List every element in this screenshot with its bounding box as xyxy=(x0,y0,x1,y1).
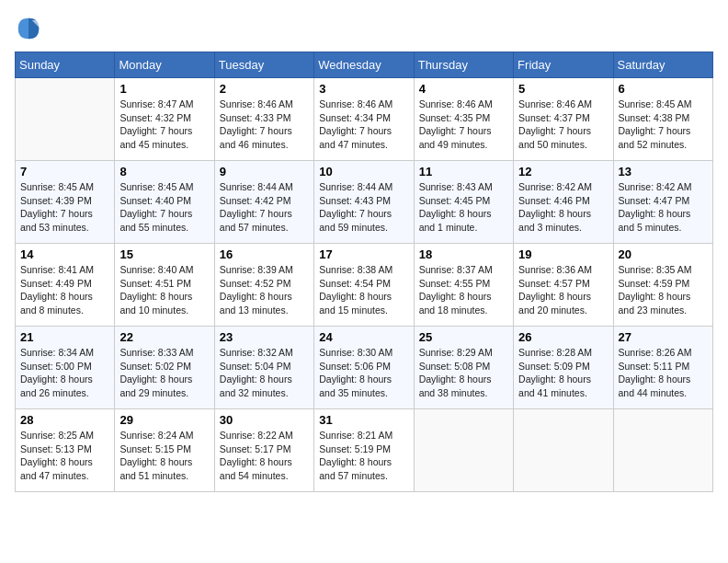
header-day-friday: Friday xyxy=(514,52,613,78)
calendar-cell: 6Sunrise: 8:45 AM Sunset: 4:38 PM Daylig… xyxy=(613,78,712,161)
day-info: Sunrise: 8:38 AM Sunset: 4:54 PM Dayligh… xyxy=(319,263,408,317)
day-info: Sunrise: 8:30 AM Sunset: 5:06 PM Dayligh… xyxy=(319,346,408,400)
calendar-cell xyxy=(16,78,115,161)
day-info: Sunrise: 8:46 AM Sunset: 4:37 PM Dayligh… xyxy=(518,98,608,152)
day-info: Sunrise: 8:39 AM Sunset: 4:52 PM Dayligh… xyxy=(220,263,309,317)
week-row-2: 7Sunrise: 8:45 AM Sunset: 4:39 PM Daylig… xyxy=(16,161,713,244)
calendar-cell: 25Sunrise: 8:29 AM Sunset: 5:08 PM Dayli… xyxy=(414,327,513,409)
day-info: Sunrise: 8:34 AM Sunset: 5:00 PM Dayligh… xyxy=(20,346,109,400)
day-number: 10 xyxy=(319,165,408,178)
day-number: 16 xyxy=(220,247,309,261)
day-info: Sunrise: 8:42 AM Sunset: 4:47 PM Dayligh… xyxy=(619,180,708,235)
day-number: 25 xyxy=(419,330,508,344)
day-number: 17 xyxy=(319,247,408,261)
calendar-cell: 27Sunrise: 8:26 AM Sunset: 5:11 PM Dayli… xyxy=(613,327,712,409)
header-day-sunday: Sunday xyxy=(16,52,115,78)
day-info: Sunrise: 8:37 AM Sunset: 4:55 PM Dayligh… xyxy=(419,263,508,317)
day-info: Sunrise: 8:46 AM Sunset: 4:35 PM Dayligh… xyxy=(419,98,508,152)
day-info: Sunrise: 8:41 AM Sunset: 4:49 PM Dayligh… xyxy=(20,263,109,317)
week-row-1: 1Sunrise: 8:47 AM Sunset: 4:32 PM Daylig… xyxy=(16,78,713,161)
calendar-cell: 18Sunrise: 8:37 AM Sunset: 4:55 PM Dayli… xyxy=(414,244,513,327)
day-number: 26 xyxy=(518,330,608,344)
day-info: Sunrise: 8:45 AM Sunset: 4:40 PM Dayligh… xyxy=(119,180,209,235)
day-info: Sunrise: 8:25 AM Sunset: 5:13 PM Dayligh… xyxy=(20,429,109,483)
calendar-cell: 7Sunrise: 8:45 AM Sunset: 4:39 PM Daylig… xyxy=(16,161,115,244)
calendar-cell: 14Sunrise: 8:41 AM Sunset: 4:49 PM Dayli… xyxy=(16,244,115,327)
day-info: Sunrise: 8:40 AM Sunset: 4:51 PM Dayligh… xyxy=(119,263,209,317)
calendar-cell: 28Sunrise: 8:25 AM Sunset: 5:13 PM Dayli… xyxy=(16,409,115,492)
calendar-cell: 26Sunrise: 8:28 AM Sunset: 5:09 PM Dayli… xyxy=(514,327,613,409)
day-number: 1 xyxy=(119,82,209,96)
day-number: 28 xyxy=(20,413,109,427)
page-header xyxy=(15,15,713,42)
day-number: 20 xyxy=(619,247,708,261)
calendar-cell: 17Sunrise: 8:38 AM Sunset: 4:54 PM Dayli… xyxy=(314,244,414,327)
day-info: Sunrise: 8:24 AM Sunset: 5:15 PM Dayligh… xyxy=(119,429,209,483)
calendar-cell: 15Sunrise: 8:40 AM Sunset: 4:51 PM Dayli… xyxy=(115,244,214,327)
calendar-cell: 24Sunrise: 8:30 AM Sunset: 5:06 PM Dayli… xyxy=(314,327,414,409)
day-number: 12 xyxy=(518,165,608,178)
week-row-5: 28Sunrise: 8:25 AM Sunset: 5:13 PM Dayli… xyxy=(16,409,713,492)
header-day-saturday: Saturday xyxy=(613,52,712,78)
day-number: 22 xyxy=(119,330,209,344)
day-number: 14 xyxy=(20,247,109,261)
day-number: 3 xyxy=(319,82,408,96)
day-info: Sunrise: 8:21 AM Sunset: 5:19 PM Dayligh… xyxy=(319,429,408,483)
day-number: 9 xyxy=(220,165,309,178)
day-number: 13 xyxy=(619,165,708,178)
calendar-cell: 29Sunrise: 8:24 AM Sunset: 5:15 PM Dayli… xyxy=(115,409,214,492)
day-info: Sunrise: 8:45 AM Sunset: 4:39 PM Dayligh… xyxy=(20,180,109,235)
day-info: Sunrise: 8:44 AM Sunset: 4:42 PM Dayligh… xyxy=(220,180,309,235)
day-info: Sunrise: 8:22 AM Sunset: 5:17 PM Dayligh… xyxy=(220,429,309,483)
day-number: 29 xyxy=(119,413,209,427)
calendar-cell: 16Sunrise: 8:39 AM Sunset: 4:52 PM Dayli… xyxy=(214,244,313,327)
calendar-cell: 1Sunrise: 8:47 AM Sunset: 4:32 PM Daylig… xyxy=(115,78,214,161)
day-number: 23 xyxy=(220,330,309,344)
day-info: Sunrise: 8:26 AM Sunset: 5:11 PM Dayligh… xyxy=(619,346,708,400)
calendar-cell: 21Sunrise: 8:34 AM Sunset: 5:00 PM Dayli… xyxy=(16,327,115,409)
calendar-cell: 22Sunrise: 8:33 AM Sunset: 5:02 PM Dayli… xyxy=(115,327,214,409)
calendar-cell: 8Sunrise: 8:45 AM Sunset: 4:40 PM Daylig… xyxy=(115,161,214,244)
calendar-table: SundayMondayTuesdayWednesdayThursdayFrid… xyxy=(15,52,713,492)
day-number: 2 xyxy=(220,82,309,96)
calendar-cell xyxy=(414,409,513,492)
calendar-cell: 20Sunrise: 8:35 AM Sunset: 4:59 PM Dayli… xyxy=(613,244,712,327)
day-number: 21 xyxy=(20,330,109,344)
day-info: Sunrise: 8:29 AM Sunset: 5:08 PM Dayligh… xyxy=(419,346,508,400)
day-number: 27 xyxy=(619,330,708,344)
header-day-wednesday: Wednesday xyxy=(314,52,414,78)
day-number: 6 xyxy=(619,82,708,96)
calendar-cell: 23Sunrise: 8:32 AM Sunset: 5:04 PM Dayli… xyxy=(214,327,313,409)
day-number: 5 xyxy=(518,82,608,96)
day-number: 18 xyxy=(419,247,508,261)
day-info: Sunrise: 8:45 AM Sunset: 4:38 PM Dayligh… xyxy=(619,98,708,152)
week-row-4: 21Sunrise: 8:34 AM Sunset: 5:00 PM Dayli… xyxy=(16,327,713,409)
calendar-cell: 11Sunrise: 8:43 AM Sunset: 4:45 PM Dayli… xyxy=(414,161,513,244)
day-number: 11 xyxy=(419,165,508,178)
calendar-cell: 2Sunrise: 8:46 AM Sunset: 4:33 PM Daylig… xyxy=(214,78,313,161)
calendar-cell: 13Sunrise: 8:42 AM Sunset: 4:47 PM Dayli… xyxy=(613,161,712,244)
logo xyxy=(15,15,46,42)
header-day-thursday: Thursday xyxy=(414,52,513,78)
day-number: 7 xyxy=(20,165,109,178)
day-info: Sunrise: 8:44 AM Sunset: 4:43 PM Dayligh… xyxy=(319,180,408,235)
day-number: 31 xyxy=(319,413,408,427)
day-number: 24 xyxy=(319,330,408,344)
calendar-cell: 30Sunrise: 8:22 AM Sunset: 5:17 PM Dayli… xyxy=(214,409,313,492)
day-info: Sunrise: 8:46 AM Sunset: 4:34 PM Dayligh… xyxy=(319,98,408,152)
day-number: 4 xyxy=(419,82,508,96)
header-day-tuesday: Tuesday xyxy=(214,52,313,78)
logo-icon xyxy=(15,15,42,42)
header-row: SundayMondayTuesdayWednesdayThursdayFrid… xyxy=(16,52,713,78)
day-info: Sunrise: 8:33 AM Sunset: 5:02 PM Dayligh… xyxy=(119,346,209,400)
calendar-cell xyxy=(514,409,613,492)
calendar-cell: 5Sunrise: 8:46 AM Sunset: 4:37 PM Daylig… xyxy=(514,78,613,161)
day-info: Sunrise: 8:46 AM Sunset: 4:33 PM Dayligh… xyxy=(220,98,309,152)
day-info: Sunrise: 8:32 AM Sunset: 5:04 PM Dayligh… xyxy=(220,346,309,400)
day-info: Sunrise: 8:35 AM Sunset: 4:59 PM Dayligh… xyxy=(619,263,708,317)
week-row-3: 14Sunrise: 8:41 AM Sunset: 4:49 PM Dayli… xyxy=(16,244,713,327)
day-number: 19 xyxy=(518,247,608,261)
calendar-cell xyxy=(613,409,712,492)
calendar-cell: 19Sunrise: 8:36 AM Sunset: 4:57 PM Dayli… xyxy=(514,244,613,327)
calendar-cell: 4Sunrise: 8:46 AM Sunset: 4:35 PM Daylig… xyxy=(414,78,513,161)
